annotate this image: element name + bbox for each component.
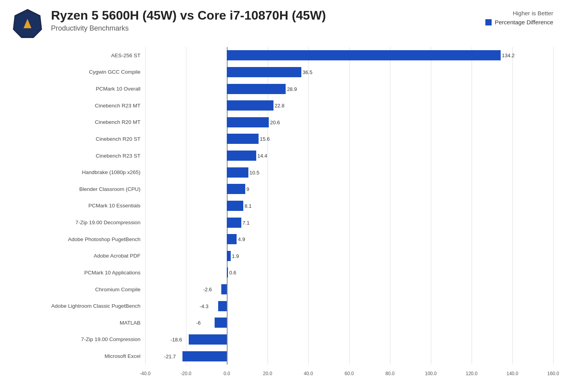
bar: [227, 151, 256, 161]
x-tick-label: 160.0: [547, 371, 559, 376]
bar-row: -4.3: [145, 298, 553, 314]
bar-value-label: 1.9: [232, 253, 239, 259]
y-label: 7-Zip 19.00 Decompression: [12, 215, 145, 230]
grid-line: [553, 47, 554, 365]
bar: [227, 167, 248, 178]
bars-section: 134.236.528.922.820.615.614.410.598.17.1…: [145, 47, 553, 376]
bar-value-label: -4.3: [200, 303, 208, 309]
legend-color-box: [485, 19, 492, 25]
bar-row: 8.1: [145, 198, 553, 214]
chart-subtitle: Productivity Benchmarks: [51, 24, 485, 33]
chart-container: Ryzen 5 5600H (45W) vs Core i7-10870H (4…: [0, 0, 565, 392]
y-label: Cinebench R20 MT: [12, 114, 145, 130]
bar: [227, 50, 501, 60]
legend-label: Percentage Difference: [495, 19, 553, 25]
bar: [227, 218, 241, 228]
y-axis-labels: AES-256 STCygwin GCC CompilePCMark 10 Ov…: [12, 47, 145, 376]
bar-value-label: 134.2: [502, 53, 515, 58]
y-label: Adobe Lightroom Classic PugetBench: [12, 298, 145, 314]
bar-row: 22.8: [145, 98, 553, 113]
bar-row: 20.6: [145, 114, 553, 130]
x-tick-label: 60.0: [344, 371, 354, 376]
x-tick-label: 120.0: [466, 371, 478, 376]
bar: [227, 67, 301, 77]
y-label: Blender Classroom (CPU): [12, 181, 145, 197]
bar: [227, 134, 259, 144]
bar-value-label: -21.7: [164, 353, 176, 359]
bar-value-label: 0.6: [229, 270, 236, 276]
bar: [227, 84, 286, 94]
bar-row: 4.9: [145, 231, 553, 247]
bar-row: 7.1: [145, 215, 553, 230]
x-tick-label: 20.0: [263, 371, 272, 376]
bar-row: -18.6: [145, 332, 553, 347]
x-tick-label: -40.0: [140, 371, 150, 376]
title-section: Ryzen 5 5600H (45W) vs Core i7-10870H (4…: [51, 8, 485, 33]
bar: [227, 201, 243, 211]
y-label: AES-256 ST: [12, 47, 145, 63]
bar-row: 15.6: [145, 131, 553, 147]
y-label: Adobe Acrobat PDF: [12, 248, 145, 264]
higher-is-better-label: Higher is Better: [485, 10, 553, 16]
y-label: Cinebench R23 ST: [12, 148, 145, 163]
x-axis: -40.0-20.00.020.040.060.080.0100.0120.01…: [145, 365, 553, 376]
bar-value-label: 4.9: [238, 236, 245, 242]
x-tick-label: 0.0: [224, 371, 230, 376]
bar-row: 10.5: [145, 165, 553, 180]
bar: [189, 334, 227, 345]
bar: [218, 301, 227, 311]
bar: [227, 267, 228, 278]
bar-value-label: 28.9: [287, 86, 297, 92]
legend-item: Percentage Difference: [485, 19, 553, 25]
y-label: Cinebench R23 MT: [12, 98, 145, 113]
y-label: PCMark 10 Applications: [12, 265, 145, 280]
bar-value-label: 8.1: [244, 203, 252, 209]
bar-value-label: 36.5: [303, 69, 312, 75]
bar: [227, 100, 273, 111]
x-tick-label: -20.0: [180, 371, 191, 376]
bar-row: -2.6: [145, 281, 553, 297]
y-label: Adobe Photoshop PugetBench: [12, 231, 145, 247]
x-tick-label: 40.0: [304, 371, 313, 376]
y-label: Handbrake (1080p x265): [12, 165, 145, 180]
y-label: Cygwin GCC Compile: [12, 64, 145, 80]
chart-area: AES-256 STCygwin GCC CompilePCMark 10 Ov…: [12, 47, 553, 376]
bar-value-label: -6: [196, 320, 201, 326]
bar-value-label: 22.8: [275, 103, 284, 109]
bar: [227, 234, 237, 244]
y-label: PCMark 10 Overall: [12, 81, 145, 97]
bar-value-label: 20.6: [270, 119, 280, 125]
y-label: 7-Zip 19.00 Compression: [12, 332, 145, 347]
bar-row: 9: [145, 181, 553, 197]
bars-inner: 134.236.528.922.820.615.614.410.598.17.1…: [145, 47, 553, 365]
bar: [227, 117, 269, 127]
x-tick-label: 80.0: [385, 371, 394, 376]
legend: Higher is Better Percentage Difference: [485, 8, 553, 25]
bar: [182, 351, 227, 361]
bar-row: 36.5: [145, 64, 553, 80]
bar-row: -6: [145, 315, 553, 330]
bar: [227, 184, 245, 194]
x-tick-label: 140.0: [507, 371, 518, 376]
y-label: Microsoft Excel: [12, 348, 145, 364]
bar: [221, 284, 227, 294]
bar-row: 14.4: [145, 148, 553, 163]
bar-value-label: -18.6: [170, 336, 182, 342]
y-label: MATLAB: [12, 315, 145, 330]
bar-value-label: -2.6: [203, 287, 212, 292]
y-label: Chromium Compile: [12, 281, 145, 297]
y-label: PCMark 10 Essentials: [12, 198, 145, 214]
bar-row: 28.9: [145, 81, 553, 97]
bar: [227, 251, 231, 261]
bar-row: -21.7: [145, 348, 553, 364]
bar-row: 1.9: [145, 248, 553, 264]
bar-row: 0.6: [145, 265, 553, 280]
bar-value-label: 15.6: [260, 136, 270, 142]
bar-value-label: 14.4: [257, 153, 267, 159]
bar-value-label: 10.5: [250, 169, 259, 175]
y-label: Cinebench R20 ST: [12, 131, 145, 147]
header: Ryzen 5 5600H (45W) vs Core i7-10870H (4…: [12, 8, 553, 39]
chart-title: Ryzen 5 5600H (45W) vs Core i7-10870H (4…: [51, 8, 485, 23]
logo-icon: [12, 8, 43, 39]
x-tick-label: 100.0: [425, 371, 437, 376]
